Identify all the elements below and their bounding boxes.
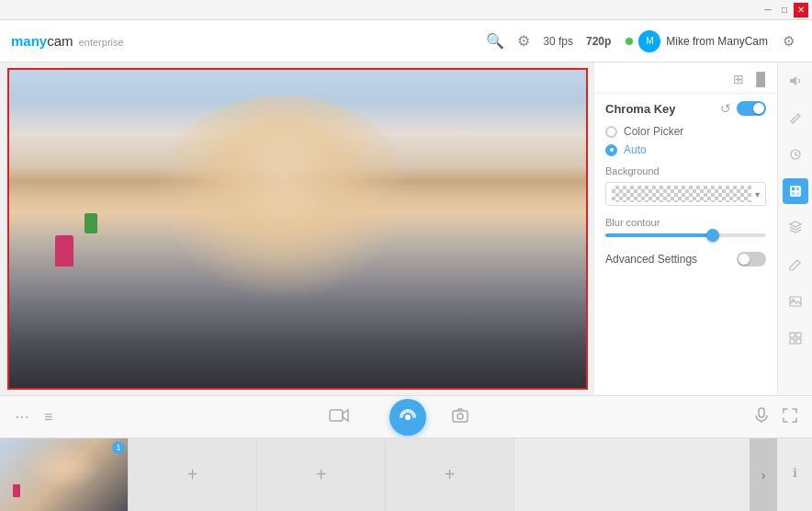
panel-top-icons: ⊞ ▐▌ bbox=[594, 62, 777, 94]
user-name: Mike from ManyCam bbox=[666, 35, 768, 48]
advanced-settings-label: Advanced Settings bbox=[605, 253, 737, 266]
video-section bbox=[7, 68, 588, 390]
topbar: manycam enterprise 🔍 ⚙ 30 fps 720p M Mik… bbox=[0, 20, 812, 62]
resolution-display: 720p bbox=[586, 35, 611, 48]
toggle-knob bbox=[753, 103, 764, 114]
chroma-key-title: Chroma Key bbox=[605, 102, 720, 116]
logo-many: many bbox=[11, 33, 47, 49]
side-icon-grid[interactable] bbox=[783, 325, 808, 351]
chroma-key-toggle[interactable] bbox=[737, 101, 766, 116]
svg-rect-16 bbox=[759, 408, 764, 417]
blur-slider-thumb[interactable] bbox=[706, 229, 719, 242]
user-online-dot bbox=[626, 38, 633, 45]
svg-rect-1 bbox=[790, 186, 801, 197]
thumbnail-badge-0: 1 bbox=[112, 441, 125, 454]
list-icon[interactable]: ≡ bbox=[44, 409, 52, 426]
color-picker-radio[interactable] bbox=[605, 126, 617, 138]
thumbnail-add-1[interactable]: + bbox=[129, 438, 257, 512]
thumbnails-wrapper: 1 + + + › bbox=[0, 438, 777, 512]
svg-point-15 bbox=[457, 414, 463, 419]
chroma-key-section: Chroma Key ↺ Color Picker bbox=[594, 94, 777, 395]
side-icon-layers[interactable] bbox=[783, 215, 808, 241]
side-icon-draw[interactable] bbox=[783, 105, 808, 131]
app: manycam enterprise 🔍 ⚙ 30 fps 720p M Mik… bbox=[0, 20, 812, 511]
grid-icon[interactable]: ⊞ bbox=[733, 72, 744, 86]
auto-label: Auto bbox=[624, 143, 647, 156]
background-dropdown-arrow: ▾ bbox=[755, 189, 760, 199]
svg-rect-10 bbox=[790, 339, 795, 344]
avatar: M bbox=[638, 30, 660, 52]
svg-point-13 bbox=[405, 414, 411, 420]
blur-slider-fill bbox=[605, 233, 710, 237]
svg-rect-11 bbox=[796, 339, 801, 344]
advanced-toggle-knob bbox=[739, 254, 750, 265]
thumbnail-add-3[interactable]: + bbox=[386, 438, 514, 512]
background-checker bbox=[612, 186, 751, 202]
info-button[interactable]: ℹ bbox=[777, 466, 812, 483]
advanced-settings-toggle[interactable] bbox=[737, 252, 766, 267]
svg-rect-12 bbox=[330, 410, 343, 421]
side-icon-pencil[interactable] bbox=[783, 252, 808, 278]
panels-icon[interactable]: ▐▌ bbox=[751, 72, 770, 86]
auto-option[interactable]: Auto bbox=[605, 143, 766, 156]
logo-enterprise: enterprise bbox=[79, 37, 124, 48]
side-icon-volume[interactable] bbox=[783, 68, 808, 94]
thumbnail-0[interactable]: 1 bbox=[0, 438, 129, 512]
color-picker-option[interactable]: Color Picker bbox=[605, 125, 766, 138]
fullscreen-icon[interactable] bbox=[783, 408, 797, 426]
auto-radio[interactable] bbox=[605, 144, 617, 156]
stream-button[interactable] bbox=[389, 399, 426, 436]
minimize-button[interactable]: ─ bbox=[761, 3, 775, 17]
menu-dots-icon[interactable]: ⋯ bbox=[15, 408, 29, 426]
bottom-controls: ⋯ ≡ bbox=[0, 395, 812, 437]
video-background bbox=[9, 70, 586, 388]
svg-rect-8 bbox=[790, 333, 795, 337]
main-area: ⊞ ▐▌ Chroma Key ↺ bbox=[0, 62, 812, 437]
svg-rect-4 bbox=[792, 192, 795, 195]
svg-rect-14 bbox=[453, 411, 468, 422]
advanced-settings-row: Advanced Settings bbox=[605, 252, 766, 267]
logo: manycam enterprise bbox=[11, 33, 124, 49]
maximize-button[interactable]: □ bbox=[777, 3, 792, 17]
fps-display: 30 fps bbox=[543, 35, 573, 48]
camera-icon[interactable] bbox=[329, 408, 349, 426]
right-panel: ⊞ ▐▌ Chroma Key ↺ bbox=[593, 62, 777, 395]
user-area: M Mike from ManyCam bbox=[626, 30, 768, 52]
video-preview bbox=[9, 70, 586, 388]
content-area: ⊞ ▐▌ Chroma Key ↺ bbox=[0, 62, 812, 437]
side-icon-chroma[interactable] bbox=[783, 178, 808, 204]
blur-contour-label: Blur contour bbox=[605, 217, 766, 228]
logo-cam: cam bbox=[47, 33, 73, 49]
video-and-panel: ⊞ ▐▌ Chroma Key ↺ bbox=[0, 62, 812, 395]
background-selector[interactable]: ▾ bbox=[605, 182, 766, 206]
zoom-icon[interactable]: 🔍 bbox=[486, 32, 504, 50]
blur-slider-track[interactable] bbox=[605, 233, 766, 237]
titlebar: ─ □ ✕ bbox=[0, 0, 812, 20]
side-icon-bar bbox=[777, 62, 812, 395]
svg-rect-2 bbox=[792, 187, 795, 190]
chroma-key-header: Chroma Key ↺ bbox=[605, 101, 766, 116]
color-picker-label: Color Picker bbox=[624, 125, 683, 138]
topbar-controls: 🔍 ⚙ 30 fps 720p bbox=[486, 32, 611, 50]
svg-rect-3 bbox=[796, 187, 799, 190]
thumbnail-add-2[interactable]: + bbox=[257, 438, 386, 512]
thumbnails-inner: 1 + + + bbox=[0, 438, 777, 512]
svg-rect-5 bbox=[796, 192, 799, 195]
reset-button[interactable]: ↺ bbox=[720, 101, 731, 116]
top-gear-button[interactable]: ⚙ bbox=[775, 28, 801, 54]
side-icon-history[interactable] bbox=[783, 142, 808, 167]
snapshot-icon[interactable] bbox=[452, 408, 468, 426]
bottom-center-controls bbox=[329, 399, 483, 436]
close-button[interactable]: ✕ bbox=[794, 3, 808, 17]
thumbnails-strip: 1 + + + › ℹ bbox=[0, 437, 812, 511]
mic-icon[interactable] bbox=[755, 407, 768, 427]
background-field-label: Background bbox=[605, 165, 766, 176]
settings-icon[interactable]: ⚙ bbox=[517, 32, 530, 50]
svg-rect-9 bbox=[796, 333, 801, 337]
side-icon-images[interactable] bbox=[783, 289, 808, 314]
thumbnail-image-0 bbox=[0, 438, 128, 512]
thumbnails-more-button[interactable]: › bbox=[750, 438, 777, 512]
